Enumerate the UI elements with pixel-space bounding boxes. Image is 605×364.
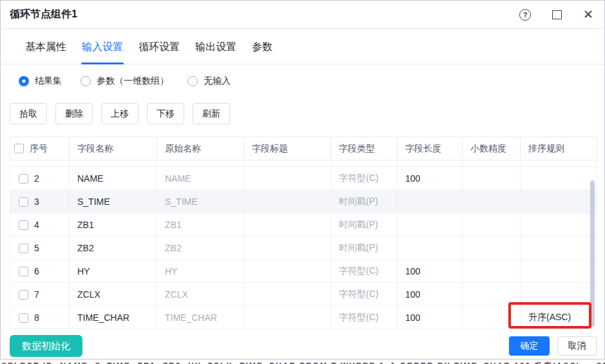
row-number: 3: [34, 196, 39, 207]
cell-field-length: 100: [398, 306, 463, 329]
cell-field-type: 字符型(C): [331, 167, 398, 190]
cell-field-type: 时间戳(P): [331, 213, 398, 236]
cell-field-name: HY: [70, 260, 157, 283]
row-number: 2: [34, 173, 39, 184]
cell-decimal-precision: [463, 167, 521, 190]
delete-button[interactable]: 删除: [55, 103, 93, 124]
cell-field-title: [244, 306, 331, 329]
cell-field-name: NAME: [70, 167, 157, 190]
tab-bar: 基本属性 输入设置 循环设置 输出设置 参数: [1, 29, 604, 64]
row-checkbox[interactable]: [19, 197, 28, 207]
cell-field-name: TIME_CHAR: [70, 306, 157, 329]
tab-basic-properties[interactable]: 基本属性: [24, 41, 67, 64]
input-mode-group: 结果集 参数（一维数组） 无输入: [1, 65, 604, 97]
cell-field-type: 字符型(C): [331, 306, 398, 329]
cell-original-name: NAME: [157, 167, 244, 190]
row-number: 5: [34, 243, 39, 253]
table-row: 6HYHY字符型(C)100: [10, 260, 597, 283]
pick-button[interactable]: 拾取: [10, 103, 47, 124]
cell-seq: 8: [10, 306, 70, 329]
cell-decimal-precision: [463, 236, 521, 260]
tab-loop-settings[interactable]: 循环设置: [138, 41, 180, 64]
cell-seq: 7: [10, 283, 70, 306]
table-header-row: 序号 字段名称 原始名称 字段标题 字段类型 字段长度 小数精度 排序规则: [10, 137, 597, 160]
header-seq: 序号: [10, 137, 70, 160]
cell-sort-rule: [521, 260, 597, 283]
data-init-button[interactable]: 数据初始化: [10, 335, 82, 357]
row-checkbox[interactable]: [19, 244, 28, 253]
cell-field-title: [244, 260, 331, 283]
cell-sort-rule: [521, 213, 597, 236]
refresh-button[interactable]: 刷新: [193, 103, 230, 124]
cell-field-name: ZB1: [70, 213, 157, 236]
header-original-name: 原始名称: [157, 137, 244, 160]
tab-parameters[interactable]: 参数: [251, 41, 273, 64]
header-sort-rule: 排序规则: [521, 137, 597, 160]
table-toolbar: 拾取 删除 上移 下移 刷新: [10, 103, 230, 124]
cell-field-type: 时间戳(P): [331, 190, 398, 213]
table-row: 5ZB2ZB2时间戳(P): [10, 236, 597, 260]
select-all-checkbox[interactable]: [14, 144, 24, 153]
cell-field-length: 100: [398, 260, 463, 283]
cell-field-length: [398, 213, 463, 236]
cell-field-title: [244, 236, 331, 260]
cancel-button[interactable]: 取消: [557, 336, 597, 356]
header-field-title: 字段标题: [244, 137, 331, 160]
cell-original-name: ZB1: [157, 213, 244, 236]
table-row: 3S_TIMES_TIME时间戳(P): [10, 190, 597, 213]
row-checkbox[interactable]: [19, 174, 28, 184]
tab-output-settings[interactable]: 输出设置: [195, 41, 237, 64]
cell-field-title: [244, 213, 331, 236]
help-icon[interactable]: ?: [519, 9, 531, 21]
screen: 循环节点组件1 ? ✕ 基本属性 输入设置 循环设置 输出设置 参数 结果集 参…: [0, 0, 605, 364]
maximize-icon[interactable]: [552, 10, 562, 19]
cell-sort-rule: [521, 190, 597, 213]
radio-result-set[interactable]: 结果集: [19, 75, 62, 87]
cell-original-name: TIME_CHAR: [157, 306, 244, 329]
ok-button[interactable]: 确定: [509, 336, 550, 356]
close-icon[interactable]: ✕: [583, 8, 593, 21]
row-checkbox[interactable]: [19, 267, 28, 276]
dialog-title: 循环节点组件1: [10, 8, 77, 21]
move-down-button[interactable]: 下移: [147, 103, 184, 124]
row-checkbox[interactable]: [19, 313, 28, 323]
move-up-button[interactable]: 上移: [101, 103, 139, 124]
cell-field-title: [244, 283, 331, 306]
header-field-name: 字段名称: [70, 137, 157, 160]
cell-field-title: [244, 167, 331, 190]
row-number: 4: [34, 220, 39, 230]
radio-parameter-array[interactable]: 参数（一维数组）: [81, 75, 169, 87]
tab-input-settings[interactable]: 输入设置: [81, 41, 124, 64]
row-checkbox[interactable]: [19, 220, 28, 230]
header-decimal-precision: 小数精度: [463, 137, 521, 160]
cell-field-type: 字符型(C): [331, 260, 398, 283]
radio-no-input[interactable]: 无输入: [187, 75, 231, 87]
cell-original-name: HY: [157, 260, 244, 283]
cell-field-length: [398, 190, 463, 213]
annotation-red-box: [508, 302, 591, 329]
cell-field-type: 字符型(C): [331, 283, 398, 306]
cell-field-name: ZB2: [70, 236, 157, 260]
cell-seq: 3: [10, 190, 70, 213]
cell-field-name: S_TIME: [70, 190, 157, 213]
header-field-type: 字段类型: [331, 137, 398, 160]
partial-row: [10, 160, 597, 167]
row-checkbox[interactable]: [19, 290, 28, 300]
background-text-strip: SELECT ID, NAME, S_TIME, ZB1, ZB2, HY, Z…: [1, 360, 605, 364]
row-number: 8: [34, 312, 39, 323]
radio-selected-icon: [19, 76, 29, 86]
cell-sort-rule: [521, 236, 597, 260]
cell-original-name: S_TIME: [157, 190, 244, 213]
window-icons: ? ✕: [519, 8, 593, 21]
cell-field-title: [244, 190, 331, 213]
dialog-titlebar: 循环节点组件1 ? ✕: [1, 1, 604, 29]
row-number: 7: [34, 289, 39, 300]
cell-field-length: 100: [398, 283, 463, 306]
cell-field-type: 时间戳(P): [331, 236, 398, 260]
loop-node-dialog: 循环节点组件1 ? ✕ 基本属性 输入设置 循环设置 输出设置 参数 结果集 参…: [0, 0, 605, 359]
cell-field-length: 100: [398, 167, 463, 190]
row-number: 6: [34, 266, 39, 276]
cell-original-name: ZCLX: [157, 283, 244, 306]
radio-unselected-icon: [187, 76, 198, 86]
cell-sort-rule: [521, 167, 597, 190]
